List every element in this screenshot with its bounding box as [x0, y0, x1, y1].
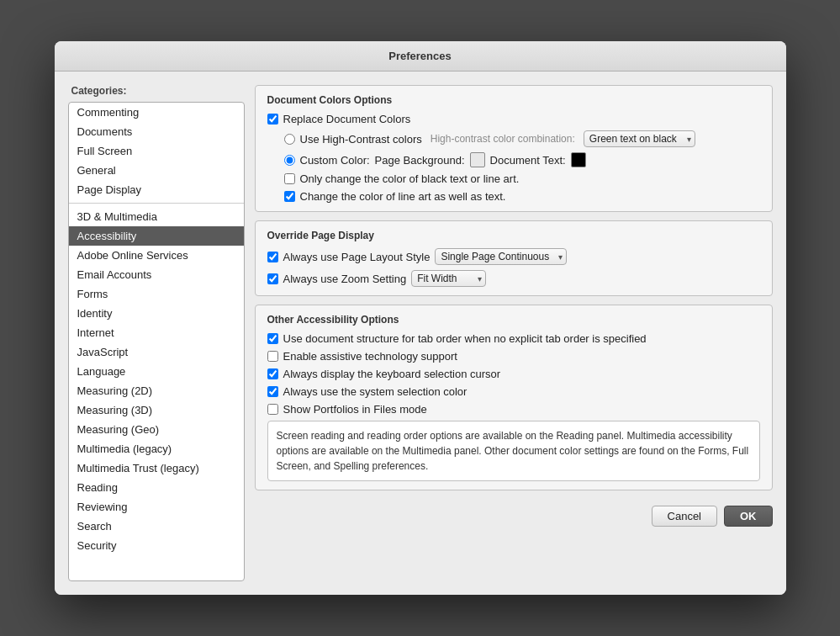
- custom-color-row: Custom Color: Page Background: Document …: [284, 152, 760, 167]
- keyboard-cursor-label: Always display the keyboard selection cu…: [283, 368, 501, 380]
- other-options-section: Other Accessibility Options Use document…: [255, 305, 773, 490]
- portfolios-label: Show Portfolios in Files mode: [283, 403, 427, 416]
- page-background-swatch[interactable]: [470, 152, 485, 167]
- sidebar-divider: [69, 203, 244, 204]
- portfolios-checkbox[interactable]: [267, 404, 278, 415]
- sidebar-list: Commenting Documents Full Screen General…: [68, 102, 245, 581]
- tab-order-checkbox[interactable]: [267, 333, 278, 344]
- page-background-label: Page Background:: [375, 154, 465, 167]
- tab-order-label: Use document structure for tab order whe…: [283, 332, 647, 345]
- sidebar-item-3d-multimedia[interactable]: 3D & Multimedia: [69, 207, 244, 226]
- custom-color-label: Custom Color:: [300, 154, 370, 167]
- ok-button[interactable]: OK: [724, 506, 773, 527]
- assistive-row: Enable assistive technology support: [267, 350, 760, 363]
- sidebar-item-search[interactable]: Search: [69, 517, 244, 536]
- sidebar-item-measuring-geo[interactable]: Measuring (Geo): [69, 420, 244, 439]
- doc-colors-section: Document Colors Options Replace Document…: [255, 85, 773, 212]
- sidebar-item-multimedia-trust[interactable]: Multimedia Trust (legacy): [69, 458, 244, 478]
- preferences-window: Preferences Categories: Commenting Docum…: [55, 41, 786, 595]
- document-text-swatch[interactable]: [571, 152, 586, 167]
- sidebar-item-adobe-online[interactable]: Adobe Online Services: [69, 246, 244, 265]
- sidebar-item-identity[interactable]: Identity: [69, 304, 244, 323]
- zoom-setting-row: Always use Zoom Setting Fit Width Fit Pa…: [267, 270, 760, 287]
- sidebar-item-multimedia-legacy[interactable]: Multimedia (legacy): [69, 439, 244, 458]
- high-contrast-row: Use High-Contrast colors High-contrast c…: [284, 130, 760, 147]
- custom-color-radio[interactable]: [284, 155, 295, 166]
- sidebar-item-general[interactable]: General: [69, 161, 244, 180]
- override-page-section: Override Page Display Always use Page La…: [255, 220, 773, 296]
- replace-colors-checkbox[interactable]: [267, 114, 278, 125]
- layout-style-checkbox[interactable]: [267, 252, 278, 262]
- other-options-title: Other Accessibility Options: [267, 314, 760, 326]
- sidebar-item-forms[interactable]: Forms: [69, 284, 244, 304]
- info-text: Screen reading and reading order options…: [277, 430, 749, 472]
- sidebar-item-internet[interactable]: Internet: [69, 323, 244, 342]
- high-contrast-label: Use High-Contrast colors: [300, 133, 422, 146]
- layout-style-row: Always use Page Layout Style Single Page…: [267, 248, 760, 265]
- keyboard-cursor-row: Always display the keyboard selection cu…: [267, 368, 760, 380]
- high-contrast-combo-label: High-contrast color combination:: [431, 133, 575, 145]
- sidebar-item-accessibility[interactable]: Accessibility: [69, 226, 244, 246]
- assistive-label: Enable assistive technology support: [283, 350, 457, 363]
- sidebar-item-security[interactable]: Security: [69, 536, 244, 555]
- high-contrast-radio[interactable]: [284, 134, 295, 145]
- keyboard-cursor-checkbox[interactable]: [267, 368, 278, 379]
- sidebar-item-measuring-2d[interactable]: Measuring (2D): [69, 381, 244, 400]
- doc-colors-title: Document Colors Options: [267, 94, 760, 106]
- only-black-checkbox[interactable]: [284, 173, 295, 184]
- layout-style-dropdown[interactable]: Single Page Continuous Single Page Conti…: [435, 248, 567, 265]
- sidebar-item-email-accounts[interactable]: Email Accounts: [69, 265, 244, 284]
- zoom-setting-dropdown[interactable]: Fit Width Fit Page Fit Height Actual Siz…: [411, 270, 486, 287]
- high-contrast-dropdown[interactable]: Green text on black White text on black …: [584, 130, 695, 147]
- tab-order-row: Use document structure for tab order whe…: [267, 332, 760, 345]
- change-line-art-label: Change the color of line art as well as …: [300, 190, 506, 203]
- sidebar-item-javascript[interactable]: JavaScript: [69, 342, 244, 362]
- portfolios-row: Show Portfolios in Files mode: [267, 403, 760, 416]
- window-title: Preferences: [388, 50, 451, 62]
- only-black-row: Only change the color of black text or l…: [284, 172, 760, 185]
- assistive-checkbox[interactable]: [267, 351, 278, 362]
- layout-style-dropdown-wrapper: Single Page Continuous Single Page Conti…: [435, 248, 567, 265]
- button-bar: Cancel OK: [255, 499, 773, 530]
- system-selection-checkbox[interactable]: [267, 386, 278, 397]
- change-line-art-row: Change the color of line art as well as …: [284, 190, 760, 203]
- layout-style-label: Always use Page Layout Style: [283, 251, 431, 263]
- zoom-setting-label: Always use Zoom Setting: [283, 273, 407, 285]
- sidebar-item-commenting[interactable]: Commenting: [69, 103, 244, 122]
- window-content: Categories: Commenting Documents Full Sc…: [55, 72, 786, 595]
- info-box: Screen reading and reading order options…: [267, 421, 760, 481]
- sidebar-item-reviewing[interactable]: Reviewing: [69, 497, 244, 517]
- titlebar: Preferences: [55, 41, 786, 72]
- zoom-setting-dropdown-wrapper: Fit Width Fit Page Fit Height Actual Siz…: [411, 270, 486, 287]
- system-selection-label: Always use the system selection color: [283, 385, 468, 398]
- only-black-label: Only change the color of black text or l…: [300, 172, 520, 185]
- sidebar-item-language[interactable]: Language: [69, 362, 244, 381]
- system-selection-row: Always use the system selection color: [267, 385, 760, 398]
- main-content: Document Colors Options Replace Document…: [255, 85, 773, 581]
- sidebar-item-documents[interactable]: Documents: [69, 122, 244, 141]
- cancel-button[interactable]: Cancel: [652, 506, 717, 527]
- sidebar-item-full-screen[interactable]: Full Screen: [69, 141, 244, 161]
- sidebar-item-measuring-3d[interactable]: Measuring (3D): [69, 400, 244, 420]
- replace-colors-label: Replace Document Colors: [283, 113, 411, 125]
- replace-colors-row: Replace Document Colors: [267, 113, 760, 125]
- document-text-label: Document Text:: [490, 154, 566, 167]
- sidebar: Categories: Commenting Documents Full Sc…: [68, 85, 245, 581]
- change-line-art-checkbox[interactable]: [284, 191, 295, 202]
- override-page-title: Override Page Display: [267, 230, 760, 241]
- sidebar-item-page-display[interactable]: Page Display: [69, 180, 244, 199]
- categories-label: Categories:: [68, 85, 245, 97]
- zoom-setting-checkbox[interactable]: [267, 273, 278, 284]
- high-contrast-dropdown-wrapper: Green text on black White text on black …: [584, 130, 695, 147]
- sidebar-item-reading[interactable]: Reading: [69, 478, 244, 497]
